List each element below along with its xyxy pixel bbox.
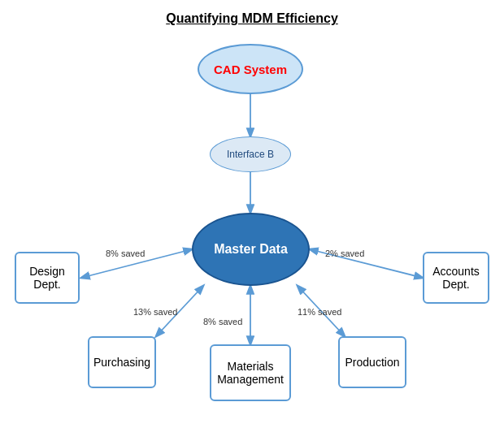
- materials-pct-label: 8% saved: [203, 317, 242, 326]
- page-title: Quantifying MDM Efficiency: [0, 0, 504, 26]
- production-pct-label: 11% saved: [298, 307, 341, 317]
- master-data-node: Master Data: [192, 213, 310, 286]
- interface-b-node: Interface B: [210, 136, 291, 172]
- purchasing-node: Purchasing: [88, 336, 156, 388]
- diagram-container: Quantifying MDM Efficiency CAD System I: [0, 0, 504, 428]
- cad-system-node: CAD System: [198, 44, 303, 94]
- accounts-dept-node: Accounts Dept.: [423, 252, 489, 304]
- materials-mgmt-node: Materials Management: [210, 344, 291, 401]
- accounts-pct-label: 2% saved: [325, 249, 364, 258]
- design-pct-label: 8% saved: [106, 249, 145, 258]
- design-dept-node: Design Dept.: [15, 252, 80, 304]
- purchasing-pct-label: 13% saved: [133, 307, 177, 317]
- production-node: Production: [338, 336, 406, 388]
